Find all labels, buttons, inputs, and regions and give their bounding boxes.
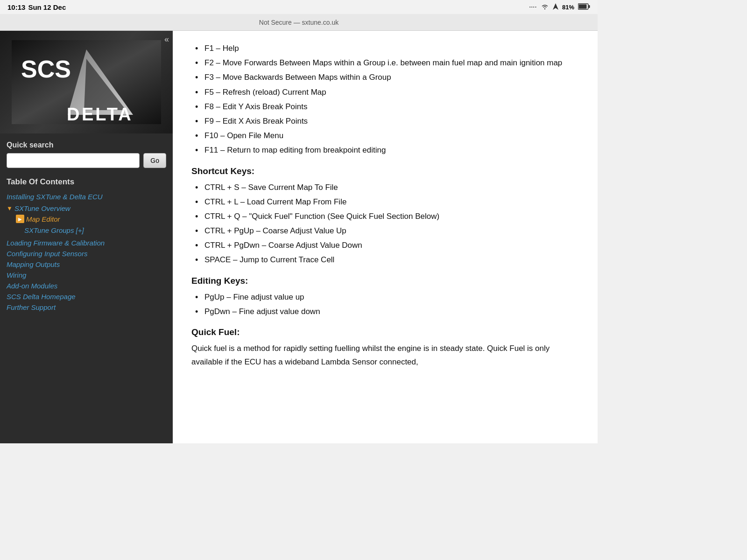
signal-icon: ···· [529, 4, 537, 10]
list-item: SPACE – Jump to Current Trace Cell [191, 253, 579, 266]
toc-title: Table Of Contents [7, 177, 166, 187]
sidebar-item-addons[interactable]: Add-on Modules [7, 280, 166, 291]
search-label: Quick search [7, 141, 166, 149]
sidebar-item-installing[interactable]: Installing SXTune & Delta ECU [7, 191, 166, 202]
shortcut-keys-list: CTRL + S – Save Current Map To File CTRL… [191, 181, 579, 266]
content-area: F1 – Help F2 – Move Forwards Between Map… [173, 31, 598, 443]
sidebar-item-sxtunegroups: SXTune Groups [+] [7, 224, 166, 237]
status-right: ···· 81% [529, 3, 590, 11]
battery-percent: 81% [562, 4, 574, 11]
logo-image: SCS ELTA D [7, 35, 166, 129]
svg-rect-3 [589, 5, 590, 8]
sidebar-item-overview[interactable]: SXTune Overview [14, 203, 70, 214]
logo-area: SCS ELTA D [0, 31, 173, 133]
svg-text:SCS: SCS [21, 56, 71, 83]
list-item: PgUp – Fine adjust value up [191, 291, 579, 303]
time-display: 10:13 [7, 3, 25, 11]
sidebar-item-overview-group: ▼ SXTune Overview ▶ Map Editor SXTune Gr… [7, 202, 166, 238]
browser-bar: Not Secure — sxtune.co.uk [0, 14, 598, 31]
shortcut-keys-heading: Shortcut Keys: [191, 166, 579, 176]
search-input[interactable] [7, 153, 140, 168]
sidebar-item-mapeditor[interactable]: ▶ Map Editor [7, 214, 166, 224]
sidebar-link-sxtunegroups[interactable]: SXTune Groups [+] [24, 225, 166, 236]
toc-expand-arrow: ▼ [7, 205, 13, 212]
list-item: F2 – Move Forwards Between Maps within a… [191, 56, 579, 69]
list-item: F5 – Refresh (reload) Current Map [191, 86, 579, 98]
quick-fuel-heading: Quick Fuel: [191, 327, 579, 337]
svg-point-0 [544, 8, 545, 9]
play-icon: ▶ [16, 215, 24, 223]
battery-icon [578, 3, 590, 11]
arrow-icon [553, 3, 558, 11]
list-item: CTRL + Q – "Quick Fuel" Function (See Qu… [191, 210, 579, 223]
list-item: CTRL + PgUp – Coarse Adjust Value Up [191, 224, 579, 237]
url-display: Not Secure — sxtune.co.uk [259, 19, 338, 26]
list-item: PgDwn – Fine adjust value down [191, 305, 579, 318]
list-item: CTRL + S – Save Current Map To File [191, 181, 579, 194]
svg-text:D: D [67, 105, 79, 124]
sidebar-item-overview-header: ▼ SXTune Overview [7, 203, 166, 214]
list-item: F10 – Open File Menu [191, 129, 579, 142]
sidebar-item-wiring[interactable]: Wiring [7, 270, 166, 280]
list-item: CTRL + PgDwn – Coarse Adjust Value Down [191, 239, 579, 252]
sidebar-item-outputs[interactable]: Mapping Outputs [7, 259, 166, 270]
svg-marker-1 [553, 3, 558, 10]
list-item: F9 – Edit X Axis Break Points [191, 115, 579, 127]
sidebar-item-sensors[interactable]: Configuring Input Sensors [7, 248, 166, 259]
list-item: CTRL + L – Load Current Map From File [191, 196, 579, 208]
sidebar: « [0, 31, 173, 443]
sidebar-item-firmware[interactable]: Loading Firmware & Calibration [7, 238, 166, 248]
editing-keys-heading: Editing Keys: [191, 276, 579, 286]
editing-keys-list: PgUp – Fine adjust value up PgDwn – Fine… [191, 291, 579, 318]
list-item: F8 – Edit Y Axis Break Points [191, 100, 579, 113]
function-keys-list: F1 – Help F2 – Move Forwards Between Map… [191, 42, 579, 157]
list-item: F3 – Move Backwards Between Maps within … [191, 71, 579, 84]
search-section: Quick search Go [0, 133, 173, 173]
sidebar-item-support[interactable]: Further Support [7, 302, 166, 313]
list-item: F11 – Return to map editing from breakpo… [191, 144, 579, 156]
date-display: Sun 12 Dec [28, 3, 66, 11]
sidebar-collapse-button[interactable]: « [164, 35, 169, 44]
status-bar: 10:13 Sun 12 Dec ···· 81% [0, 0, 598, 14]
toc-section: Table Of Contents Installing SXTune & De… [0, 173, 173, 317]
wifi-icon [541, 3, 549, 11]
quick-fuel-paragraph: Quick fuel is a method for rapidly setti… [191, 342, 579, 369]
search-row: Go [7, 153, 166, 168]
sidebar-item-homepage[interactable]: SCS Delta Homepage [7, 291, 166, 302]
svg-text:ELTA: ELTA [82, 105, 133, 124]
sidebar-link-mapeditor[interactable]: Map Editor [26, 215, 60, 223]
status-left: 10:13 Sun 12 Dec [7, 3, 66, 11]
search-button[interactable]: Go [143, 153, 166, 168]
svg-rect-4 [579, 4, 587, 8]
main-container: « [0, 31, 598, 443]
list-item: F1 – Help [191, 42, 579, 55]
